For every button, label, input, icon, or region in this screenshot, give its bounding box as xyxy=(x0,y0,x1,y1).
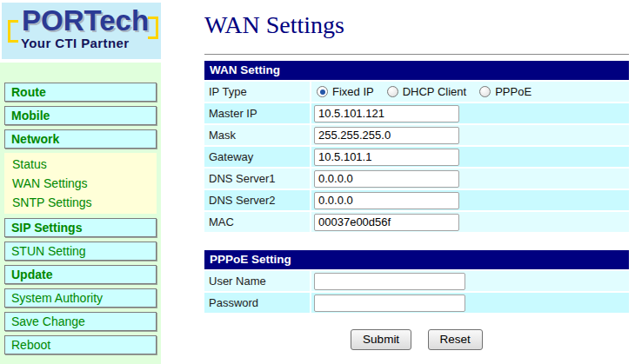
page-title: WAN Settings xyxy=(204,11,629,39)
field-label-dns-server2: DNS Server2 xyxy=(204,190,310,210)
sidebar: PORTech Your CTI Partner RouteMobileNetw… xyxy=(0,0,161,364)
master-ip-input[interactable] xyxy=(314,105,459,122)
field-value-mac xyxy=(311,212,629,232)
sidebar-item-mobile[interactable]: Mobile xyxy=(4,106,157,125)
table-row-gateway: Gateway xyxy=(204,147,629,167)
field-value-user-name xyxy=(311,271,629,291)
radio-unselected-icon[interactable] xyxy=(387,86,398,97)
field-label-mac: MAC xyxy=(204,212,310,232)
field-value-ip-type: Fixed IPDHCP ClientPPPoE xyxy=(311,82,629,102)
sidebar-subitem-status[interactable]: Status xyxy=(4,155,157,174)
pppoe-section-header: PPPoE Setting xyxy=(204,250,629,269)
reset-button[interactable]: Reset xyxy=(428,329,483,350)
field-label-mask: Mask xyxy=(204,125,310,145)
sidebar-item-reboot[interactable]: Reboot xyxy=(4,335,157,354)
field-label-user-name: User Name xyxy=(204,271,310,291)
sidebar-item-network[interactable]: Network xyxy=(4,129,157,149)
title-divider xyxy=(204,54,629,55)
field-value-master-ip xyxy=(311,103,629,123)
field-value-dns-server2 xyxy=(311,190,629,210)
form-actions: Submit Reset xyxy=(204,329,629,350)
submenu-network: StatusWAN SettingsSNTP Settings xyxy=(4,153,157,214)
field-label-password: Password xyxy=(204,293,310,313)
sidebar-item-system-authority[interactable]: System Authority xyxy=(4,288,157,308)
field-value-password xyxy=(311,293,629,313)
pppoe-settings-table: User NamePassword xyxy=(204,271,629,313)
table-row-mask: Mask xyxy=(204,125,629,145)
field-value-mask xyxy=(311,125,629,145)
table-row-ip-type: IP TypeFixed IPDHCP ClientPPPoE xyxy=(204,82,629,102)
radio-option-fixed-ip[interactable]: Fixed IP xyxy=(317,85,374,98)
brand-tagline: Your CTI Partner xyxy=(21,36,129,50)
radio-unselected-icon[interactable] xyxy=(479,86,491,97)
field-label-dns-server1: DNS Server1 xyxy=(204,169,310,189)
brand-name: PORTech xyxy=(22,4,149,37)
table-row-dns-server1: DNS Server1 xyxy=(204,169,629,189)
main-content: WAN Settings WAN Setting IP TypeFixed IP… xyxy=(161,0,635,364)
field-value-dns-server1 xyxy=(311,169,629,189)
sidebar-item-route[interactable]: Route xyxy=(4,83,157,102)
logo-bracket-right-icon xyxy=(148,17,158,39)
dns-server1-input[interactable] xyxy=(314,170,459,188)
table-row-user-name: User Name xyxy=(204,271,629,291)
wan-section-header: WAN Setting xyxy=(204,61,629,80)
sidebar-item-stun-setting[interactable]: STUN Setting xyxy=(4,242,157,261)
table-row-password: Password xyxy=(204,293,629,313)
radio-option-dhcp-client[interactable]: DHCP Client xyxy=(387,85,466,98)
sidebar-menu: RouteMobileNetworkStatusWAN SettingsSNTP… xyxy=(0,63,161,364)
field-label-gateway: Gateway xyxy=(204,147,310,167)
table-row-master-ip: Master IP xyxy=(204,103,629,123)
logo: PORTech Your CTI Partner xyxy=(2,3,161,59)
password-input[interactable] xyxy=(314,295,465,312)
gateway-input[interactable] xyxy=(314,149,459,166)
wan-settings-table: IP TypeFixed IPDHCP ClientPPPoEMaster IP… xyxy=(204,82,629,232)
radio-label-dhcp-client: DHCP Client xyxy=(403,85,466,98)
field-label-master-ip: Master IP xyxy=(204,103,310,123)
field-label-ip-type: IP Type xyxy=(204,82,310,102)
sidebar-item-sip-settings[interactable]: SIP Settings xyxy=(4,218,157,237)
radio-selected-icon[interactable] xyxy=(317,86,328,97)
mac-input[interactable] xyxy=(314,214,459,231)
sidebar-item-update[interactable]: Update xyxy=(4,265,157,284)
table-row-dns-server2: DNS Server2 xyxy=(204,190,629,210)
radio-label-pppoe: PPPoE xyxy=(495,85,531,98)
radio-dot-icon xyxy=(320,89,325,95)
sidebar-subitem-sntp-settings[interactable]: SNTP Settings xyxy=(4,193,157,212)
submit-button[interactable]: Submit xyxy=(351,329,411,350)
radio-option-pppoe[interactable]: PPPoE xyxy=(479,85,531,98)
sidebar-item-save-change[interactable]: Save Change xyxy=(4,312,157,331)
table-row-mac: MAC xyxy=(204,212,629,232)
mask-input[interactable] xyxy=(314,127,459,144)
field-value-gateway xyxy=(311,147,629,167)
user-name-input[interactable] xyxy=(314,273,465,290)
dns-server2-input[interactable] xyxy=(314,192,459,209)
radio-group-ip-type: Fixed IPDHCP ClientPPPoE xyxy=(314,85,545,98)
sidebar-subitem-wan-settings[interactable]: WAN Settings xyxy=(4,174,157,193)
radio-label-fixed-ip: Fixed IP xyxy=(332,85,374,98)
logo-bracket-left-icon xyxy=(8,20,18,43)
